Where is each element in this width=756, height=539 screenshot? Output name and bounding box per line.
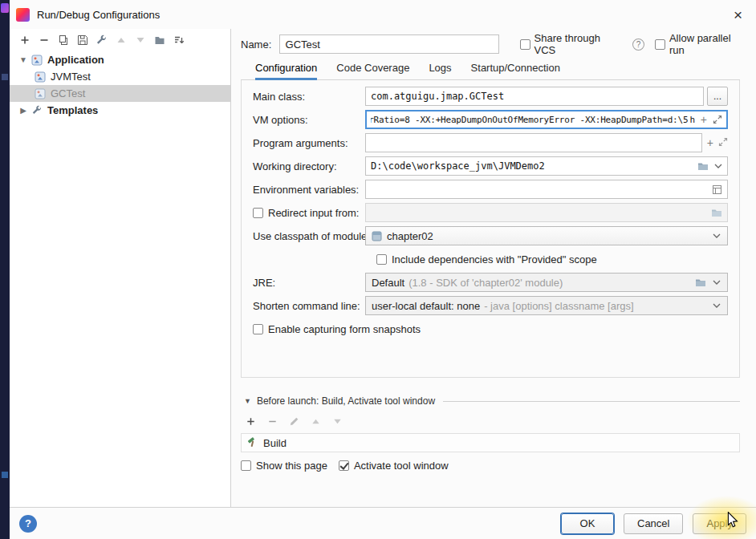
tree-item-application-group[interactable]: ▼ Application (10, 51, 230, 68)
redirect-input-checkbox[interactable] (253, 208, 263, 218)
module-icon (372, 231, 382, 241)
chevron-right-icon[interactable]: ▶ (16, 106, 30, 115)
edit-templates-icon[interactable] (93, 32, 110, 49)
tree-item-label: GCTest (51, 87, 85, 99)
vm-options-row: VM options: rRatio=8 -XX:+HeapDumpOnOutO… (253, 110, 728, 129)
configuration-editor: Name: GCTest Share through VCS ? Allow p… (231, 29, 756, 507)
shorten-command-line-row: Shorten command line: user-local default… (253, 296, 728, 315)
background-app-strip (0, 0, 10, 539)
working-directory-input[interactable]: D:\code\workspace_jvm\JVMDemo2 (365, 156, 728, 176)
program-arguments-input[interactable] (365, 133, 702, 152)
browse-variables-icon[interactable] (712, 184, 722, 195)
help-button[interactable]: ? (19, 515, 37, 533)
share-vcs-help-icon[interactable]: ? (632, 38, 644, 51)
run-debug-configurations-dialog: Run/Debug Configurations × (0, 0, 756, 539)
vm-options-input[interactable]: rRatio=8 -XX:+HeapDumpOnOutOfMemoryError… (365, 110, 728, 129)
collapse-triangle-icon[interactable]: ▼ (244, 397, 251, 405)
activate-tool-window-checkbox[interactable] (339, 460, 349, 471)
redirect-input-row: Redirect input from: (253, 203, 728, 222)
divider (443, 401, 740, 402)
chevron-down-icon[interactable] (714, 164, 722, 168)
configurations-panel: ▼ Application JVMTest GCTest ▶ Templat (10, 29, 231, 507)
chevron-down-icon[interactable] (709, 233, 724, 238)
move-down-icon[interactable] (132, 32, 148, 49)
include-provided-group: Include dependencies with "Provided" sco… (376, 253, 597, 265)
move-up-icon[interactable] (112, 32, 129, 49)
use-classpath-combobox[interactable]: chapter02 (365, 226, 728, 245)
tab-startup-connection[interactable]: Startup/Connection (471, 62, 560, 79)
jre-combobox[interactable]: Default (1.8 - SDK of 'chapter02' module… (365, 273, 728, 292)
vm-options-label: VM options: (253, 114, 365, 126)
folder-icon[interactable] (695, 278, 706, 288)
expand-field-icon[interactable] (718, 137, 728, 149)
folder-icon[interactable] (697, 161, 709, 172)
shorten-command-line-hint: - java [options] classname [args] (484, 300, 633, 312)
share-vcs-label: Share through VCS (534, 32, 624, 56)
chevron-down-icon[interactable] (709, 303, 724, 308)
add-icon[interactable] (242, 413, 259, 430)
task-row-build[interactable]: Build (242, 434, 739, 452)
main-class-browse-button[interactable]: ... (707, 87, 728, 106)
use-classpath-value: chapter02 (387, 230, 433, 242)
taskbar-app-icon (1, 3, 9, 13)
main-class-input[interactable]: com.atguigu.jmap.GCTest (365, 87, 704, 106)
chevron-down-icon[interactable] (709, 280, 724, 285)
strip-icon (2, 74, 8, 80)
use-classpath-row: Use classpath of module: chapter02 (253, 226, 728, 245)
share-vcs-checkbox[interactable] (520, 39, 530, 50)
before-launch-header[interactable]: ▼ Before launch: Build, Activate tool wi… (244, 395, 740, 407)
copy-icon[interactable] (55, 32, 71, 49)
tab-code-coverage[interactable]: Code Coverage (336, 62, 409, 79)
show-this-page-label: Show this page (256, 460, 327, 472)
remove-icon[interactable] (35, 32, 52, 49)
use-classpath-label: Use classpath of module: (253, 230, 365, 242)
dialog-footer: ? OK Cancel Apply (10, 507, 756, 539)
redirect-input-label: Redirect input from: (268, 207, 359, 219)
share-vcs-group: Share through VCS ? (520, 32, 644, 56)
configuration-form: Main class: com.atguigu.jmap.GCTest ... … (241, 80, 740, 378)
configurations-tree: ▼ Application JVMTest GCTest ▶ Templat (10, 51, 230, 119)
save-configuration-icon[interactable] (74, 32, 91, 49)
jre-label: JRE: (253, 277, 365, 289)
shorten-command-line-combobox[interactable]: user-local default: none - java [options… (365, 296, 728, 315)
expand-list-icon[interactable]: + (707, 137, 713, 148)
move-up-icon[interactable] (307, 413, 324, 430)
tree-item-templates[interactable]: ▶ Templates (10, 102, 230, 119)
expand-list-icon[interactable]: + (701, 114, 707, 125)
allow-parallel-checkbox[interactable] (655, 39, 665, 50)
new-folder-icon[interactable] (151, 32, 168, 49)
shorten-command-line-value: user-local default: none (372, 300, 480, 312)
edit-icon[interactable] (286, 413, 303, 430)
redirect-input-group: Redirect input from: (253, 207, 365, 219)
name-value: GCTest (286, 38, 320, 51)
add-icon[interactable] (16, 32, 33, 49)
ok-button[interactable]: OK (561, 513, 614, 534)
jre-hint: (1.8 - SDK of 'chapter02' module) (408, 277, 563, 289)
tab-logs[interactable]: Logs (429, 62, 451, 79)
tree-item-jvmtest[interactable]: JVMTest (10, 68, 230, 85)
working-directory-value: D:\code\workspace_jvm\JVMDemo2 (371, 160, 545, 172)
move-down-icon[interactable] (329, 413, 346, 430)
chevron-down-icon[interactable]: ▼ (16, 55, 30, 64)
shorten-command-line-label: Shorten command line: (253, 300, 365, 312)
tab-configuration[interactable]: Configuration (255, 62, 317, 79)
strip-icon (2, 472, 8, 478)
intellij-logo-icon (16, 8, 30, 22)
enable-snapshots-checkbox[interactable] (253, 324, 263, 334)
show-this-page-checkbox[interactable] (241, 460, 251, 471)
before-launch-options: Show this page Activate tool window (241, 460, 748, 472)
tree-item-label: JVMTest (51, 71, 91, 83)
enable-snapshots-row: Enable capturing form snapshots (253, 319, 728, 338)
close-icon[interactable]: × (730, 6, 746, 23)
cancel-button[interactable]: Cancel (624, 513, 683, 534)
before-launch-task-list: Build (241, 433, 740, 452)
remove-icon[interactable] (264, 413, 281, 430)
working-directory-row: Working directory: D:\code\workspace_jvm… (253, 156, 728, 176)
name-input[interactable]: GCTest (279, 34, 499, 54)
tree-item-gctest-selected[interactable]: GCTest (10, 85, 230, 102)
sort-configurations-icon[interactable] (170, 32, 187, 49)
environment-variables-input[interactable] (365, 180, 728, 199)
include-provided-checkbox[interactable] (376, 254, 387, 265)
expand-field-icon[interactable] (713, 115, 722, 124)
working-directory-label: Working directory: (253, 160, 365, 172)
